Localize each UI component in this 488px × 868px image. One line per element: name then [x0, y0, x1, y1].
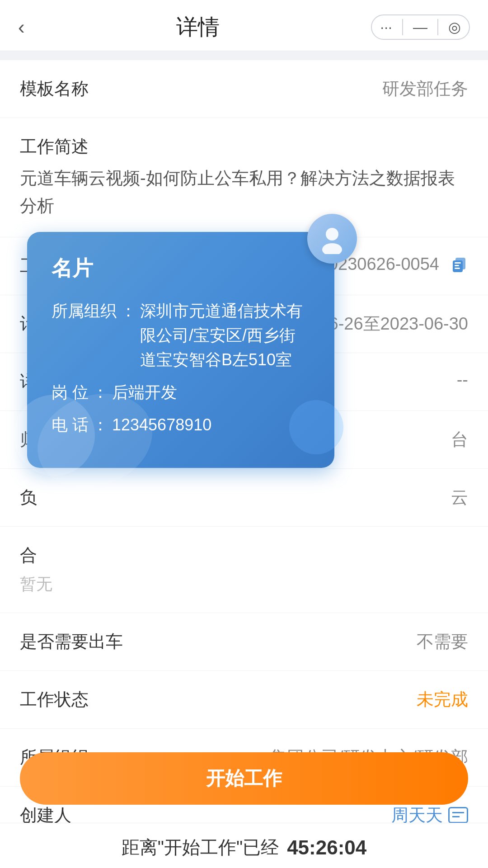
timer-bar: 距离"开始工作"已经 45:26:04 — [0, 823, 488, 868]
svg-point-5 — [326, 228, 338, 241]
minimize-button[interactable]: — — [413, 20, 427, 34]
card-org-colon: ： — [120, 299, 136, 323]
cooperate-no-data: 暂无 — [20, 573, 52, 595]
cooperate-label: 合 — [20, 544, 37, 567]
header-actions: ··· — ◎ — [371, 14, 470, 40]
card-org-row: 所属组织 ： 深圳市元道通信技术有限公司/宝安区/西乡街道宝安智谷B左510室 — [52, 299, 310, 372]
card-org-value: 深圳市元道通信技术有限公司/宝安区/西乡街道宝安智谷B左510室 — [140, 299, 310, 372]
cooperate-row: 合 暂无 — [0, 527, 488, 613]
responsible-label: 负 — [20, 486, 37, 509]
description-label: 工作简述 — [20, 135, 89, 158]
card-position-value: 后端开发 — [112, 380, 310, 405]
template-row: 模板名称 研发部任务 — [0, 60, 488, 118]
page-title: 详情 — [176, 13, 220, 42]
responsible-value: 云 — [451, 486, 468, 509]
back-button[interactable]: ‹ — [18, 16, 25, 38]
avatar-icon — [317, 223, 347, 254]
action-bar: 开始工作 — [0, 752, 488, 814]
divider — [402, 19, 403, 35]
work-status-label: 工作状态 — [20, 688, 89, 711]
target-button[interactable]: ◎ — [448, 20, 461, 34]
business-card-popup: 名片 所属组织 ： 深圳市元道通信技术有限公司/宝安区/西乡街道宝安智谷B左51… — [27, 232, 488, 468]
needs-car-label: 是否需要出车 — [20, 630, 123, 653]
work-status-row: 工作状态 未完成 — [0, 671, 488, 729]
card-org-label: 所属组织 — [52, 299, 117, 323]
avatar-bubble — [307, 214, 357, 264]
svg-point-6 — [322, 243, 342, 254]
card-title: 名片 — [52, 255, 310, 283]
description-row: 工作简述 元道车辆云视频-如何防止公车私用？解决方法之数据报表分析 — [0, 118, 488, 237]
timer-prefix: 距离"开始工作"已经 — [122, 835, 279, 860]
timer-text: 距离"开始工作"已经 45:26:04 — [122, 835, 367, 860]
business-card: 名片 所属组织 ： 深圳市元道通信技术有限公司/宝安区/西乡街道宝安智谷B左51… — [27, 232, 334, 468]
timer-countdown: 45:26:04 — [287, 836, 366, 859]
start-work-button[interactable]: 开始工作 — [20, 752, 468, 805]
header: ‹ 详情 ··· — ◎ — [0, 0, 488, 51]
detail-content: 模板名称 研发部任务 工作简述 元道车辆云视频-如何防止公车私用？解决方法之数据… — [0, 60, 488, 844]
description-value: 元道车辆云视频-如何防止公车私用？解决方法之数据报表分析 — [20, 165, 468, 220]
needs-car-row: 是否需要出车 不需要 — [0, 613, 488, 671]
work-status-value: 未完成 — [417, 688, 468, 711]
needs-car-value: 不需要 — [417, 630, 468, 653]
template-value: 研发部任务 — [382, 77, 468, 100]
divider2 — [437, 19, 438, 35]
more-button[interactable]: ··· — [380, 20, 392, 34]
template-label: 模板名称 — [20, 77, 89, 100]
